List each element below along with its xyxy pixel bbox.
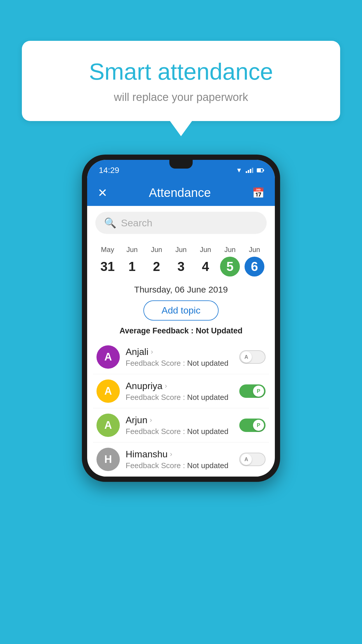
toggle-2[interactable]: P — [239, 419, 266, 432]
toggle-container-2[interactable]: P — [239, 419, 266, 432]
student-name-2: Arjun › — [126, 415, 239, 426]
student-item-3[interactable]: HHimanshu ›Feedback Score : Not updatedA — [93, 442, 269, 477]
cal-month-6: Jun — [243, 246, 266, 254]
toggle-knob-0: A — [241, 351, 252, 363]
student-chevron-2: › — [150, 416, 152, 424]
bubble-title: Smart attendance — [45, 58, 317, 85]
cal-date-0: 31 — [98, 257, 117, 276]
cal-date-6: 6 — [245, 257, 264, 276]
cal-day-2[interactable]: Jun2 — [144, 243, 169, 279]
phone-screen: 14:29 ▼ — [87, 160, 275, 477]
toggle-knob-1: P — [253, 386, 264, 397]
calendar-strip: May31Jun1Jun2Jun3Jun4Jun5Jun6 — [87, 240, 275, 279]
student-chevron-1: › — [165, 382, 167, 390]
toggle-1[interactable]: P — [239, 384, 266, 398]
cal-date-3: 3 — [171, 257, 191, 276]
student-feedback-1: Feedback Score : Not updated — [126, 393, 239, 402]
student-chevron-0: › — [151, 348, 153, 356]
calendar-icon[interactable]: 📅 — [252, 187, 264, 199]
phone-outer: 14:29 ▼ — [82, 155, 280, 482]
student-feedback-0: Feedback Score : Not updated — [126, 359, 239, 368]
status-time: 14:29 — [99, 166, 119, 175]
student-info-0: Anjali ›Feedback Score : Not updated — [126, 346, 239, 368]
student-item-0[interactable]: AAnjali ›Feedback Score : Not updatedA — [93, 340, 269, 374]
toggle-0[interactable]: A — [239, 350, 266, 364]
cal-day-3[interactable]: Jun3 — [169, 243, 193, 279]
toggle-container-0[interactable]: A — [239, 350, 266, 364]
bubble-subtitle: will replace your paperwork — [45, 91, 317, 104]
cal-month-4: Jun — [194, 246, 217, 254]
speech-bubble-container: Smart attendance will replace your paper… — [22, 41, 340, 121]
cal-date-4: 4 — [196, 257, 215, 276]
signal-icon — [246, 168, 253, 173]
phone-wrapper: 14:29 ▼ — [82, 155, 280, 482]
toggle-container-3[interactable]: A — [239, 453, 266, 466]
cal-date-2: 2 — [147, 257, 166, 276]
toggle-3[interactable]: A — [239, 453, 266, 466]
student-item-2[interactable]: AArjun ›Feedback Score : Not updatedP — [93, 408, 269, 442]
search-placeholder: Search — [121, 217, 152, 229]
add-topic-button[interactable]: Add topic — [143, 300, 218, 321]
student-name-3: Himanshu › — [126, 449, 239, 460]
student-name-0: Anjali › — [126, 346, 239, 357]
cal-day-5[interactable]: Jun5 — [218, 243, 242, 279]
cal-day-4[interactable]: Jun4 — [193, 243, 218, 279]
app-bar-title: Attendance — [108, 186, 252, 200]
cal-month-2: Jun — [145, 246, 168, 254]
cal-day-1[interactable]: Jun1 — [120, 243, 144, 279]
cal-month-5: Jun — [219, 246, 241, 254]
student-avatar-1: A — [96, 379, 120, 403]
cal-day-6[interactable]: Jun6 — [242, 243, 267, 279]
search-icon: 🔍 — [104, 217, 116, 229]
avg-feedback-value: Not Updated — [196, 326, 242, 335]
student-item-1[interactable]: AAnupriya ›Feedback Score : Not updatedP — [93, 374, 269, 408]
wifi-icon: ▼ — [236, 167, 242, 174]
app-bar: ✕ Attendance 📅 — [87, 180, 275, 206]
student-name-1: Anupriya › — [126, 381, 239, 391]
student-feedback-3: Feedback Score : Not updated — [126, 461, 239, 470]
toggle-container-1[interactable]: P — [239, 384, 266, 398]
cal-month-3: Jun — [170, 246, 192, 254]
student-avatar-2: A — [96, 414, 120, 437]
student-feedback-2: Feedback Score : Not updated — [126, 427, 239, 436]
avg-feedback: Average Feedback : Not Updated — [87, 323, 275, 340]
close-icon[interactable]: ✕ — [98, 186, 108, 200]
search-bar[interactable]: 🔍 Search — [95, 212, 267, 234]
cal-date-1: 1 — [122, 257, 142, 276]
avg-feedback-label: Average Feedback : — [120, 326, 194, 335]
student-avatar-0: A — [96, 345, 120, 369]
speech-bubble: Smart attendance will replace your paper… — [22, 41, 340, 121]
student-avatar-3: H — [96, 448, 120, 471]
cal-month-0: May — [96, 246, 119, 254]
cal-day-0[interactable]: May31 — [95, 243, 120, 279]
student-info-1: Anupriya ›Feedback Score : Not updated — [126, 381, 239, 402]
selected-date: Thursday, 06 June 2019 — [87, 279, 275, 298]
student-list: AAnjali ›Feedback Score : Not updatedAAA… — [87, 340, 275, 477]
cal-month-1: Jun — [121, 246, 143, 254]
battery-icon — [257, 168, 263, 172]
cal-date-5: 5 — [220, 257, 240, 276]
student-info-3: Himanshu ›Feedback Score : Not updated — [126, 449, 239, 470]
student-info-2: Arjun ›Feedback Score : Not updated — [126, 415, 239, 436]
status-icons: ▼ — [236, 167, 263, 174]
toggle-knob-3: A — [241, 454, 252, 465]
phone-notch — [169, 160, 193, 169]
toggle-knob-2: P — [253, 420, 264, 431]
student-chevron-3: › — [170, 450, 172, 458]
